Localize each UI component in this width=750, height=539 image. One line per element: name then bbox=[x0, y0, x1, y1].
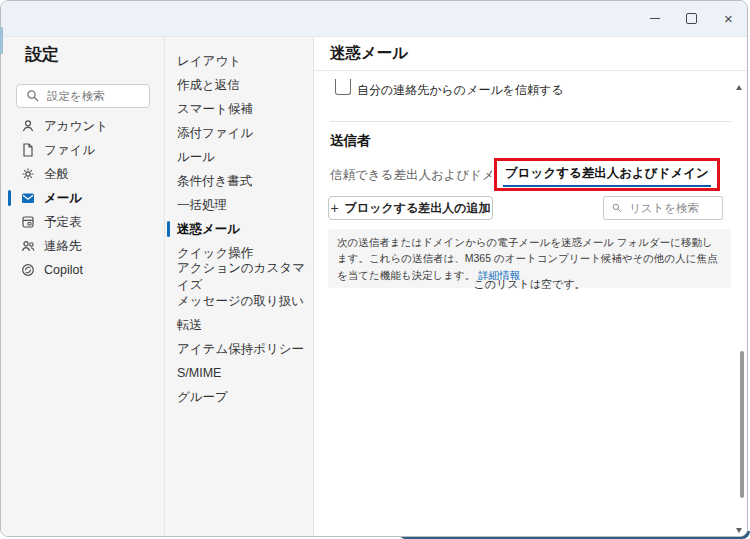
nav-item-conditional-formatting[interactable]: 条件付き書式 bbox=[165, 169, 313, 193]
nav-item-sweep[interactable]: 一括処理 bbox=[165, 193, 313, 217]
search-icon bbox=[611, 202, 623, 214]
scrollbar-down-arrow[interactable] bbox=[736, 528, 742, 533]
settings-window: × 設定 設定を検索 アカウント bbox=[0, 0, 748, 537]
maximize-button[interactable] bbox=[673, 1, 710, 36]
trust-contacts-label: 自分の連絡先からのメールを信頼する bbox=[357, 82, 564, 99]
sidebar-item-label: Copilot bbox=[44, 263, 83, 277]
sidebar-nav-list: アカウント ファイル 全般 bbox=[1, 114, 164, 282]
calendar-icon bbox=[20, 214, 36, 230]
mail-settings-nav-list: レイアウト 作成と返信 スマート候補 添付ファイル ルール 条件付き書式 一括処… bbox=[165, 49, 313, 409]
people-icon bbox=[20, 238, 36, 254]
settings-sidebar: 設定 設定を検索 アカウント bbox=[1, 37, 164, 536]
sidebar-item-contacts[interactable]: 連絡先 bbox=[1, 234, 164, 258]
junk-email-scroll-area: 自分の連絡先からのメールを信頼する 送信者 信頼できる差出人およびドメイン ブロ… bbox=[314, 71, 747, 536]
annotation-highlight-box: ブロックする差出人およびドメイン bbox=[494, 158, 720, 191]
nav-item-compose-reply[interactable]: 作成と返信 bbox=[165, 73, 313, 97]
maximize-icon bbox=[686, 13, 697, 24]
gear-icon bbox=[20, 166, 36, 182]
search-icon bbox=[25, 88, 41, 104]
junk-email-pane: 迷惑メール 自分の連絡先からのメールを信頼する 送信者 信頼できる差出人およびド… bbox=[314, 37, 747, 536]
mail-icon bbox=[20, 190, 36, 206]
nav-item-smart-suggestions[interactable]: スマート候補 bbox=[165, 97, 313, 121]
tab-blocked-senders[interactable]: ブロックする差出人およびドメイン bbox=[503, 163, 711, 187]
sidebar-item-label: 予定表 bbox=[44, 214, 82, 231]
minimize-button[interactable] bbox=[636, 1, 673, 36]
sidebar-item-files[interactable]: ファイル bbox=[1, 138, 164, 162]
sidebar-item-label: ファイル bbox=[44, 142, 95, 159]
close-button[interactable]: × bbox=[710, 1, 747, 36]
page-title: 迷惑メール bbox=[314, 37, 747, 71]
add-blocked-sender-button[interactable]: + ブロックする差出人の追加 bbox=[328, 196, 493, 220]
sidebar-item-label: メール bbox=[44, 190, 82, 207]
section-divider bbox=[330, 121, 732, 122]
nav-item-junk-email[interactable]: 迷惑メール bbox=[165, 217, 313, 241]
settings-search-input[interactable]: 設定を検索 bbox=[16, 84, 150, 108]
nav-item-forwarding[interactable]: 転送 bbox=[165, 313, 313, 337]
background-app-sliver bbox=[0, 27, 3, 54]
plus-icon: + bbox=[330, 201, 338, 215]
nav-item-customize-actions[interactable]: アクションのカスタマイズ bbox=[165, 265, 313, 289]
sidebar-item-calendar[interactable]: 予定表 bbox=[1, 210, 164, 234]
empty-list-message: このリストは空です。 bbox=[328, 277, 731, 292]
close-icon: × bbox=[724, 11, 733, 26]
nav-item-attachments[interactable]: 添付ファイル bbox=[165, 121, 313, 145]
nav-item-message-handling[interactable]: メッセージの取り扱い bbox=[165, 289, 313, 313]
settings-title: 設定 bbox=[25, 43, 59, 66]
mail-settings-nav: レイアウト 作成と返信 スマート候補 添付ファイル ルール 条件付き書式 一括処… bbox=[164, 37, 314, 536]
sidebar-item-label: アカウント bbox=[44, 118, 108, 135]
sidebar-item-label: 連絡先 bbox=[44, 238, 82, 255]
scrollbar-up-arrow[interactable] bbox=[736, 85, 742, 90]
nav-item-groups[interactable]: グループ bbox=[165, 385, 313, 409]
sidebar-item-account[interactable]: アカウント bbox=[1, 114, 164, 138]
nav-item-retention-policies[interactable]: アイテム保持ポリシー bbox=[165, 337, 313, 361]
nav-item-smime[interactable]: S/MIME bbox=[165, 361, 313, 385]
list-search-input[interactable]: リストを検索 bbox=[603, 196, 723, 220]
settings-search-placeholder: 設定を検索 bbox=[47, 89, 105, 104]
window-titlebar: × bbox=[1, 1, 747, 37]
sidebar-item-mail[interactable]: メール bbox=[1, 186, 164, 210]
nav-item-layout[interactable]: レイアウト bbox=[165, 49, 313, 73]
list-search-placeholder: リストを検索 bbox=[629, 201, 699, 216]
senders-heading: 送信者 bbox=[330, 132, 371, 150]
sidebar-item-copilot[interactable]: Copilot bbox=[1, 258, 164, 282]
nav-item-rules[interactable]: ルール bbox=[165, 145, 313, 169]
copilot-icon bbox=[20, 262, 36, 278]
tab-trusted-senders[interactable]: 信頼できる差出人およびドメイン bbox=[330, 167, 520, 184]
file-icon bbox=[20, 142, 36, 158]
person-icon bbox=[20, 118, 36, 134]
minimize-icon bbox=[650, 18, 660, 19]
scrollbar-thumb[interactable] bbox=[740, 351, 744, 498]
sidebar-item-general[interactable]: 全般 bbox=[1, 162, 164, 186]
sidebar-item-label: 全般 bbox=[44, 166, 69, 183]
trust-contacts-checkbox[interactable] bbox=[335, 79, 351, 95]
